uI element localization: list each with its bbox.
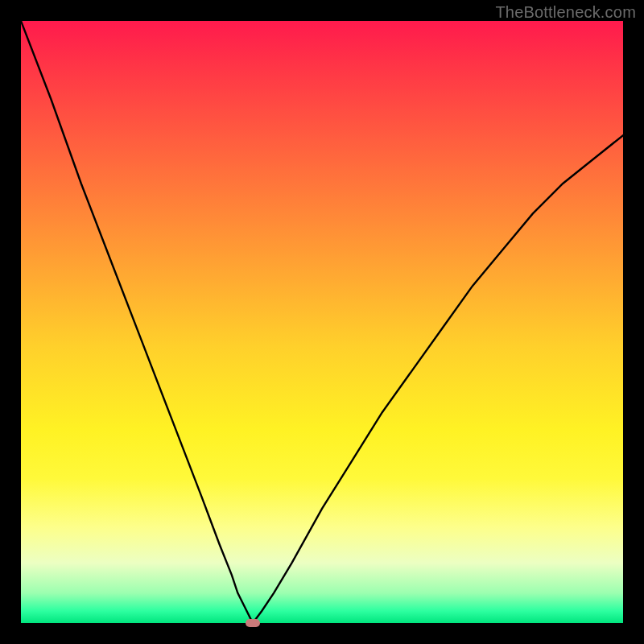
bottleneck-curve	[21, 21, 623, 623]
minimum-marker	[246, 619, 260, 627]
plot-area	[21, 21, 623, 623]
watermark-text: TheBottleneck.com	[495, 3, 636, 22]
chart-frame: TheBottleneck.com	[0, 0, 644, 644]
curve-path	[21, 21, 623, 623]
